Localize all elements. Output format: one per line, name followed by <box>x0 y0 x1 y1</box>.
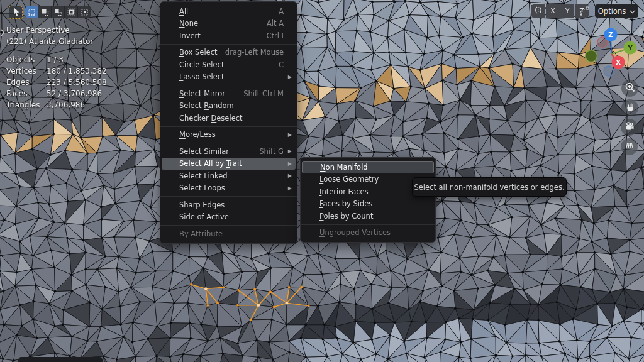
gizmo-axis-minus-y[interactable] <box>586 50 597 62</box>
scene-collection-label: (221) Atlanta Gladiator <box>6 36 107 47</box>
select-mode-set-button[interactable] <box>25 6 38 18</box>
select-mode-subtract-button[interactable] <box>52 6 64 18</box>
menu-item-label: More/Less <box>179 130 285 139</box>
menu-item-label: Side of Active <box>179 212 285 221</box>
menu-item-label: Non Manifold <box>320 163 423 172</box>
menu-item-invert[interactable]: InvertCtrl I <box>160 30 297 42</box>
navigation-gizmo[interactable]: Z Y X <box>584 23 639 78</box>
menu-item-label: Poles by Count <box>319 212 423 221</box>
menu-item-label: None <box>179 19 267 28</box>
menu-item-none[interactable]: NoneAlt A <box>160 18 297 30</box>
menu-item-label: Select Random <box>179 101 285 110</box>
menu-item-label: Box Select <box>179 48 225 57</box>
menu-item-all[interactable]: AllA <box>160 5 297 18</box>
menu-item-sharp-edges[interactable]: Sharp Edges <box>160 199 297 211</box>
camera-view-button[interactable] <box>621 119 638 136</box>
menu-item-label: Ungrouped Vertices <box>319 228 423 237</box>
magnifier-plus-icon <box>624 81 636 96</box>
options-label: Options <box>598 7 626 16</box>
menu-item-select-loops[interactable]: Select Loops▶ <box>160 182 297 195</box>
chevron-down-icon <box>630 7 635 16</box>
sidebar-toggle-chevron-icon[interactable] <box>638 28 643 38</box>
submenu-arrow-icon: ▶ <box>285 185 292 191</box>
svg-text:Y: Y <box>627 45 633 52</box>
menu-item-faces-by-sides[interactable]: Faces by Sides <box>301 198 435 211</box>
menu-item-label: Interior Faces <box>319 187 423 196</box>
menu-item-shortcut: Alt A <box>267 19 284 28</box>
stat-value: 223 / 5,560,508 <box>47 77 107 88</box>
svg-text:Z: Z <box>608 31 613 38</box>
status-hint-bar <box>18 357 103 362</box>
select-menu: AllANoneAlt AInvertCtrl IBox Selectdrag-… <box>160 1 297 244</box>
submenu-arrow-icon: ▶ <box>285 173 292 178</box>
proportional-editing-icon[interactable] <box>579 6 590 19</box>
menu-item-box-select[interactable]: Box Selectdrag-Left Mouse <box>160 47 297 59</box>
gizmo-axis-x[interactable]: X <box>612 56 625 69</box>
menu-item-select-linked[interactable]: Select Linked▶ <box>160 170 297 182</box>
tooltip: Select all non-manifold vertices or edge… <box>412 177 567 197</box>
menu-item-shortcut: Shift Ctrl M <box>243 89 284 98</box>
move-view-button[interactable] <box>621 99 638 116</box>
menu-item-checker-deselect[interactable]: Checker Deselect <box>160 112 297 124</box>
select-mode-extend-button[interactable] <box>38 6 51 18</box>
zoom-button[interactable] <box>621 80 638 97</box>
orthographic-toggle-button[interactable] <box>621 138 638 155</box>
menu-separator <box>301 224 435 225</box>
menu-item-label: By Attribute <box>179 229 285 238</box>
menu-item-select-similar[interactable]: Select SimilarShift G▶ <box>160 145 297 158</box>
stat-value: 1 / 3 <box>47 54 64 65</box>
stat-label: Vertices <box>6 65 47 77</box>
menu-separator <box>160 44 297 45</box>
menu-item-label: Select All by Trait <box>179 159 285 168</box>
menu-item-shortcut: Ctrl I <box>266 31 284 40</box>
select-mode-intersect-button[interactable] <box>78 6 91 18</box>
menu-item-label: Circle Select <box>179 60 279 69</box>
menu-item-lasso-select[interactable]: Lasso Select▶ <box>160 71 297 84</box>
statistics-block: Objects1 / 3 Vertices180 / 1,853,382 Edg… <box>6 54 107 111</box>
gizmo-axis-y[interactable]: Y <box>624 41 637 55</box>
menu-separator <box>160 225 297 226</box>
submenu-arrow-icon: ▶ <box>285 74 292 80</box>
menu-item-circle-select[interactable]: Circle SelectC <box>160 58 297 71</box>
menu-item-label: Loose Geometry <box>319 175 423 184</box>
gizmo-axis-z[interactable]: Z <box>604 28 618 41</box>
stat-label: Triangles <box>6 99 47 111</box>
stat-value: 52 / 3,706,986 <box>47 88 102 99</box>
menu-item-select-random[interactable]: Select Random <box>160 100 297 112</box>
mirror-button[interactable] <box>531 4 545 18</box>
grid-icon <box>623 140 636 155</box>
mirror-x-button[interactable]: X <box>546 4 560 18</box>
menu-item-label: Select Similar <box>179 147 259 156</box>
view-perspective-label: User Perspective <box>6 25 107 36</box>
menu-separator <box>160 126 297 127</box>
cursor-arrow-icon <box>11 6 21 19</box>
menu-item-label: Invert <box>179 31 266 40</box>
options-dropdown-button[interactable]: Options <box>595 4 638 18</box>
menu-item-label: Select Loops <box>179 184 285 192</box>
menu-item-select-mirror[interactable]: Select MirrorShift Ctrl M <box>160 87 297 100</box>
gizmo-axis-minus-z[interactable] <box>604 66 614 76</box>
menu-separator <box>160 196 297 197</box>
tooltip-text: Select all non-manifold vertices or edge… <box>414 183 564 192</box>
svg-text:X: X <box>616 59 621 66</box>
active-tool-button[interactable] <box>9 6 23 19</box>
mirror-y-button[interactable]: Y <box>560 4 574 18</box>
menu-item-non-manifold[interactable]: Non Manifold <box>302 161 434 173</box>
camera-icon <box>623 120 636 135</box>
blender-3d-viewport: User Perspective (221) Atlanta Gladiator… <box>0 0 644 362</box>
menu-item-select-all-by-trait[interactable]: Select All by Trait▶ <box>162 158 296 170</box>
toolbar-toggle-chevron-icon[interactable] <box>0 28 5 38</box>
menu-item-poles-by-count[interactable]: Poles by Count <box>301 210 435 222</box>
stat-label: Objects <box>6 54 47 65</box>
menu-separator <box>160 85 297 85</box>
menu-item-shortcut: A <box>279 7 284 16</box>
menu-item-label: Faces by Sides <box>319 199 423 208</box>
select-all-by-trait-submenu: Non ManifoldLoose GeometryInterior Faces… <box>300 157 436 243</box>
menu-item-shortcut: C <box>279 60 284 69</box>
submenu-arrow-icon: ▶ <box>285 148 292 154</box>
submenu-arrow-icon: ▶ <box>285 132 292 138</box>
select-mode-invert-button[interactable] <box>65 6 77 18</box>
menu-item-side-of-active[interactable]: Side of Active <box>160 211 297 224</box>
menu-item-more-less[interactable]: More/Less▶ <box>160 129 297 141</box>
menu-item-by-attribute: By Attribute <box>160 228 297 240</box>
